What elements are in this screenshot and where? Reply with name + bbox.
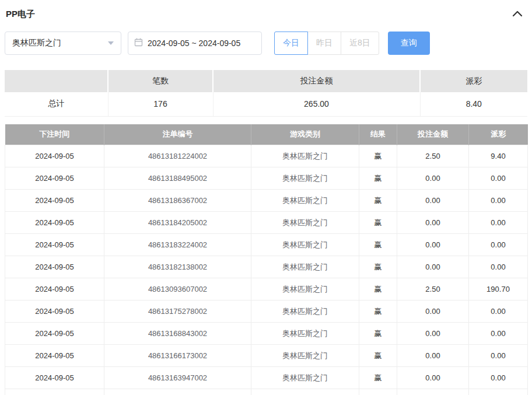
cell-order-id: 48613093607002 (104, 278, 251, 300)
cell-order-id: 48613168843002 (104, 323, 251, 345)
summary-total-row: 总计 176 265.00 8.40 (5, 92, 527, 116)
summary-header-count: 笔数 (108, 70, 213, 92)
cell-payout: 0.00 (469, 190, 528, 212)
cell-result: 赢 (359, 278, 397, 300)
cell-game-type: 奥林匹斯之门 (251, 323, 359, 345)
table-row: 2024-09-05 48613184205002 奥林匹斯之门 赢 0.00 … (5, 212, 528, 234)
detail-table-partial (5, 389, 528, 395)
column-header-bet-time: 下注时间 (5, 124, 104, 145)
cell-bet-time: 2024-09-05 (5, 167, 104, 190)
date-range-value: 2024-09-05 ~ 2024-09-05 (148, 39, 240, 48)
cell-payout: 0.00 (469, 300, 528, 323)
cell-game-type: 奥林匹斯之门 (251, 345, 359, 367)
cell-order-id: 48613182138002 (104, 256, 251, 278)
cell-order-id: 48613166173002 (104, 345, 251, 367)
collapse-button[interactable] (510, 9, 525, 20)
cell-result: 赢 (359, 300, 397, 323)
table-row: 2024-09-05 48613181224002 奥林匹斯之门 赢 2.50 … (5, 145, 528, 167)
cell-order-id: 48613175278002 (104, 300, 251, 323)
cell-bet-amount: 2.50 (397, 145, 469, 167)
summary-header-bet-amount: 投注金额 (213, 70, 420, 92)
game-select-value: 奥林匹斯之门 (12, 38, 61, 48)
column-header-result: 结果 (359, 124, 397, 145)
cell-bet-time: 2024-09-05 (5, 145, 104, 167)
cell-bet-amount: 2.50 (397, 278, 469, 300)
cell-bet-time: 2024-09-05 (5, 278, 104, 300)
cell-bet-time: 2024-09-05 (5, 367, 104, 389)
cell-result: 赢 (359, 167, 397, 190)
table-row: 2024-09-05 48613093607002 奥林匹斯之门 赢 2.50 … (5, 278, 528, 300)
cell-payout: 0.00 (469, 234, 528, 256)
cell-result: 赢 (359, 256, 397, 278)
summary-bet-amount-value: 265.00 (213, 92, 420, 116)
search-button[interactable]: 查询 (388, 32, 430, 55)
cell-game-type: 奥林匹斯之门 (251, 167, 359, 190)
date-range-input[interactable]: 2024-09-05 ~ 2024-09-05 (128, 32, 262, 55)
table-row-partial (5, 389, 528, 395)
column-header-game-type: 游戏类别 (251, 124, 359, 145)
cell-bet-amount: 0.00 (397, 234, 469, 256)
cell-bet-time: 2024-09-05 (5, 300, 104, 323)
cell-order-id: 48613163947002 (104, 367, 251, 389)
table-row: 2024-09-05 48613175278002 奥林匹斯之门 赢 0.00 … (5, 300, 528, 323)
cell-bet-amount: 0.00 (397, 167, 469, 190)
pp-electronic-panel: PP电子 奥林匹斯之门 2024-09-05 ~ 2024-09-05 (0, 0, 532, 395)
cell-result: 赢 (359, 345, 397, 367)
cell-game-type: 奥林匹斯之门 (251, 300, 359, 323)
cell-order-id: 48613188495002 (104, 167, 251, 190)
summary-total-label: 总计 (5, 92, 108, 116)
page-title: PP电子 (6, 9, 35, 20)
cell-result: 赢 (359, 145, 397, 167)
summary-header-blank (5, 70, 108, 92)
cell-bet-time: 2024-09-05 (5, 212, 104, 234)
column-header-order-id: 注单编号 (104, 124, 251, 145)
table-row: 2024-09-05 48613188495002 奥林匹斯之门 赢 0.00 … (5, 167, 528, 190)
cell-game-type: 奥林匹斯之门 (251, 256, 359, 278)
cell-payout: 0.00 (469, 367, 528, 389)
summary-table: 笔数 投注金额 派彩 总计 176 265.00 8.40 (5, 70, 527, 117)
cell-result: 赢 (359, 323, 397, 345)
cell-payout: 9.40 (469, 145, 528, 167)
cell-bet-time: 2024-09-05 (5, 190, 104, 212)
table-row: 2024-09-05 48613163947002 奥林匹斯之门 赢 0.00 … (5, 367, 528, 389)
filter-bar: 奥林匹斯之门 2024-09-05 ~ 2024-09-05 今日 昨日 近8日… (5, 32, 527, 55)
cell-bet-amount: 0.00 (397, 190, 469, 212)
calendar-icon (134, 38, 143, 48)
cell-bet-time: 2024-09-05 (5, 323, 104, 345)
cell-bet-time: 2024-09-05 (5, 345, 104, 367)
game-select[interactable]: 奥林匹斯之门 (5, 32, 121, 55)
column-header-bet-amount: 投注金额 (397, 124, 469, 145)
cell-game-type: 奥林匹斯之门 (251, 367, 359, 389)
cell-bet-amount: 0.00 (397, 300, 469, 323)
cell-game-type: 奥林匹斯之门 (251, 190, 359, 212)
bet-records-table: 下注时间 注单编号 游戏类别 结果 投注金额 派彩 2024-09-05 486… (5, 124, 528, 395)
chevron-down-icon (108, 41, 114, 45)
cell-payout: 0.00 (469, 256, 528, 278)
panel-header: PP电子 (5, 0, 527, 20)
cell-payout: 0.00 (469, 212, 528, 234)
cell-bet-amount: 0.00 (397, 256, 469, 278)
cell-bet-amount: 0.00 (397, 345, 469, 367)
cell-payout: 0.00 (469, 323, 528, 345)
yesterday-button[interactable]: 昨日 (307, 32, 341, 55)
table-row: 2024-09-05 48613186367002 奥林匹斯之门 赢 0.00 … (5, 190, 528, 212)
detail-header-row: 下注时间 注单编号 游戏类别 结果 投注金额 派彩 (5, 124, 528, 145)
summary-header-row: 笔数 投注金额 派彩 (5, 70, 527, 92)
detail-table-body: 2024-09-05 48613181224002 奥林匹斯之门 赢 2.50 … (5, 145, 528, 389)
cell-result: 赢 (359, 190, 397, 212)
cell-order-id: 48613181224002 (104, 145, 251, 167)
cell-payout: 0.00 (469, 167, 528, 190)
cell-order-id: 48613186367002 (104, 190, 251, 212)
cell-order-id: 48613184205002 (104, 212, 251, 234)
cell-game-type: 奥林匹斯之门 (251, 145, 359, 167)
last-8-days-button[interactable]: 近8日 (341, 32, 379, 55)
cell-bet-amount: 0.00 (397, 367, 469, 389)
today-button[interactable]: 今日 (274, 32, 308, 55)
cell-game-type: 奥林匹斯之门 (251, 278, 359, 300)
column-header-payout: 派彩 (469, 124, 528, 145)
chevron-up-icon (512, 10, 523, 19)
cell-result: 赢 (359, 367, 397, 389)
table-row: 2024-09-05 48613166173002 奥林匹斯之门 赢 0.00 … (5, 345, 528, 367)
cell-result: 赢 (359, 234, 397, 256)
summary-payout-value: 8.40 (420, 92, 527, 116)
